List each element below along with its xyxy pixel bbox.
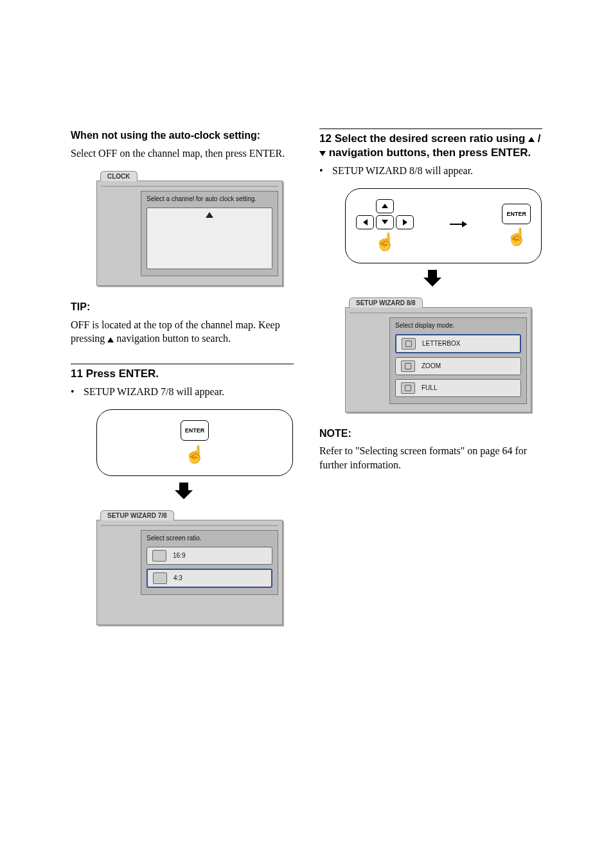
osd-wizard-8-inner: Select display mode. LETTERBOX ZOOM	[389, 317, 527, 404]
osd-clock-body: Select a channel for auto clock setting.	[96, 181, 283, 286]
option-zoom-label: ZOOM	[422, 362, 441, 369]
option-16-9: 16:9	[147, 547, 272, 565]
note-body: Refer to "Selecting screen formats" on p…	[319, 444, 542, 472]
option-zoom: ZOOM	[395, 357, 521, 375]
display-mode-icon	[402, 338, 416, 350]
step-11-title: 11 Press ENTER.	[71, 367, 294, 381]
heading-auto-clock: When not using the auto-clock setting:	[71, 128, 294, 143]
tip-body: OFF is located at the top of the channel…	[71, 318, 294, 346]
nav-pad	[356, 199, 414, 229]
step-12-line1a: Select the desired screen ratio using	[335, 132, 528, 145]
triangle-up-icon	[107, 337, 114, 342]
page: When not using the auto-clock setting: S…	[0, 0, 613, 664]
nav-left-icon	[356, 215, 374, 229]
text-auto-clock: Select OFF on the channel map, then pres…	[71, 146, 294, 161]
display-mode-icon	[401, 382, 415, 394]
option-16-9-label: 16:9	[173, 552, 185, 559]
step-12-title: 12 Select the desired screen ratio using…	[319, 132, 542, 160]
note-label: NOTE:	[319, 427, 542, 441]
down-arrow-icon	[96, 483, 271, 499]
step-11-bullet-text: SETUP WIZARD 7/8 will appear.	[84, 385, 224, 399]
step-11-text: Press ENTER.	[86, 368, 159, 380]
step-12-line2: navigation buttons, then press ENTER.	[326, 146, 531, 159]
triangle-down-icon	[319, 151, 326, 156]
remote-diagram-enter: ENTER ☝	[96, 409, 293, 476]
bullet-icon: •	[319, 164, 326, 178]
osd-wizard-7: SETUP WIZARD 7/8 Select screen ratio. 16…	[96, 508, 283, 625]
right-arrow-icon	[450, 224, 466, 225]
option-letterbox-label: LETTERBOX	[422, 340, 460, 347]
osd-wizard-8: SETUP WIZARD 8/8 Select display mode. LE…	[345, 296, 531, 412]
remote-diagram-nav: ☝ ENTER ☝	[345, 188, 542, 263]
osd-wizard-7-inner-title: Select screen ratio.	[147, 535, 272, 542]
step-11-number: 11	[71, 368, 83, 380]
tv-icon	[152, 550, 166, 562]
tip-label: TIP:	[71, 300, 294, 314]
osd-clock-inner: Select a channel for auto clock setting.	[141, 191, 278, 276]
nav-right-icon	[396, 215, 414, 229]
osd-wizard-7-tab: SETUP WIZARD 7/8	[100, 510, 174, 520]
nav-down-icon	[376, 215, 394, 229]
down-arrow-icon	[345, 270, 520, 287]
triangle-up-icon	[206, 212, 213, 218]
option-full-label: FULL	[422, 384, 437, 391]
option-letterbox: LETTERBOX	[395, 334, 521, 353]
hand-pointer-icon: ☝	[184, 446, 205, 463]
hand-pointer-icon: ☝	[375, 233, 395, 250]
display-mode-icon	[401, 360, 415, 372]
step-12-line1b: /	[535, 132, 540, 145]
osd-wizard-7-inner: Select screen ratio. 16:9 4:3	[141, 530, 278, 595]
step-12-bullet-text: SETUP WIZARD 8/8 will appear.	[332, 164, 473, 178]
enter-button-icon: ENTER	[181, 420, 209, 441]
osd-clock-spinner	[147, 208, 272, 269]
option-4-3-label: 4:3	[173, 574, 182, 581]
osd-wizard-8-body: Select display mode. LETTERBOX ZOOM	[345, 307, 531, 412]
tip-body-b: navigation button to search.	[114, 333, 231, 344]
osd-wizard-8-tab: SETUP WIZARD 8/8	[349, 297, 423, 308]
osd-clock-inner-title: Select a channel for auto clock setting.	[147, 195, 272, 202]
triangle-up-icon	[528, 137, 535, 142]
option-full: FULL	[395, 379, 521, 397]
hand-pointer-icon: ☝	[506, 228, 527, 245]
divider	[319, 128, 542, 129]
screen-ratio-options: 16:9 4:3	[147, 547, 272, 588]
osd-wizard-7-body: Select screen ratio. 16:9 4:3	[96, 520, 283, 625]
enter-button-icon: ENTER	[502, 204, 531, 224]
step-11-bullet: • SETUP WIZARD 7/8 will appear.	[71, 385, 294, 399]
right-column: 12 Select the desired screen ratio using…	[319, 128, 542, 625]
nav-up-icon	[376, 199, 394, 213]
osd-wizard-8-inner-title: Select display mode.	[395, 322, 521, 329]
divider	[71, 364, 294, 364]
left-column: When not using the auto-clock setting: S…	[71, 128, 294, 625]
display-mode-options: LETTERBOX ZOOM FULL	[395, 334, 521, 397]
option-4-3: 4:3	[147, 569, 272, 588]
step-12-bullet: • SETUP WIZARD 8/8 will appear.	[319, 164, 542, 178]
bullet-icon: •	[71, 385, 77, 399]
osd-clock-tab: CLOCK	[100, 171, 138, 181]
step-12-number: 12	[319, 132, 332, 145]
tv-icon	[153, 572, 167, 584]
osd-clock: CLOCK Select a channel for auto clock se…	[96, 169, 283, 286]
